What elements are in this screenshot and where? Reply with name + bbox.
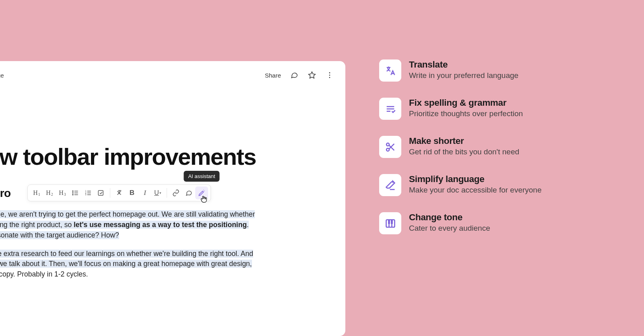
comment-icon[interactable] [290, 71, 299, 80]
feature-desc: Make your doc accessible for everyone [409, 186, 542, 195]
feature-list: Translate Write in your preferred langua… [379, 59, 605, 234]
svg-point-4 [72, 191, 73, 191]
subheading-row: kgro H1 H2 H3 123 B I U▾ [0, 187, 334, 200]
topbar-actions: Share [265, 71, 334, 80]
document-topbar: epage Share [0, 69, 334, 81]
highlighted-text: stage, we aren't trying to get the perfe… [0, 210, 255, 218]
more-icon[interactable] [325, 71, 334, 80]
feature-text: Fix spelling & grammar Prioritize though… [409, 98, 523, 118]
comment-button[interactable] [182, 186, 195, 199]
h1-button[interactable]: H1 [30, 186, 43, 199]
feature-desc: Write in your preferred language [409, 71, 518, 80]
body-text: eat copy. Probably in 1-2 cycles. [0, 270, 88, 278]
link-button[interactable] [169, 186, 182, 199]
highlighted-text: uilding the right product, so let's use … [0, 221, 249, 229]
highlighted-text: ow we talk about it. Then, we'll focus o… [0, 260, 252, 268]
ai-assistant-button[interactable]: AI assistant [195, 186, 208, 199]
paragraph: stage, we aren't trying to get the perfe… [0, 209, 269, 241]
svg-rect-28 [388, 219, 390, 224]
scissors-icon [379, 136, 401, 158]
toolbar-separator [167, 188, 167, 198]
highlighted-text: ill be extra research to feed our learni… [0, 250, 253, 258]
feature-simplify[interactable]: Simplify language Make your doc accessib… [379, 174, 605, 196]
svg-rect-16 [98, 191, 103, 195]
svg-point-3 [329, 77, 330, 78]
eraser-icon [379, 174, 401, 196]
star-icon[interactable] [308, 71, 316, 80]
page-title: ew toolbar improvements [0, 145, 334, 169]
feature-fix-spelling[interactable]: Fix spelling & grammar Prioritize though… [379, 98, 605, 120]
svg-point-6 [72, 193, 73, 193]
italic-button[interactable]: I [138, 186, 151, 199]
feature-title: Fix spelling & grammar [409, 98, 523, 108]
check-lines-icon [379, 98, 401, 120]
feature-title: Make shorter [409, 136, 519, 146]
translate-icon [379, 59, 401, 82]
clear-format-button[interactable] [113, 186, 126, 199]
piano-icon [379, 212, 401, 234]
feature-text: Simplify language Make your doc accessib… [409, 174, 542, 195]
feature-desc: Cater to every audience [409, 224, 490, 233]
svg-rect-25 [386, 219, 394, 227]
feature-desc: Prioritize thoughts over perfection [409, 109, 523, 118]
bullet-list-button[interactable] [69, 186, 82, 199]
paragraph: ill be extra research to feed our learni… [0, 249, 269, 280]
feature-title: Simplify language [409, 174, 542, 184]
section-heading: kgro [0, 187, 27, 200]
share-button[interactable]: Share [265, 72, 281, 79]
svg-point-8 [72, 194, 73, 195]
svg-text:3: 3 [85, 193, 87, 196]
svg-rect-29 [391, 219, 393, 224]
underline-button[interactable]: U▾ [151, 186, 164, 199]
feature-make-shorter[interactable]: Make shorter Get rid of the bits you don… [379, 136, 605, 158]
h2-button[interactable]: H2 [43, 186, 56, 199]
feature-text: Change tone Cater to every audience [409, 212, 490, 233]
svg-point-1 [329, 72, 330, 74]
bold-button[interactable]: B [126, 186, 138, 199]
checklist-button[interactable] [95, 186, 107, 199]
highlighted-text: t resonate with the target audience? How… [0, 231, 119, 239]
document-card: epage Share ew toolbar improvements kgro… [0, 61, 345, 336]
toolbar-separator [110, 188, 110, 198]
breadcrumb[interactable]: epage [0, 72, 4, 79]
feature-translate[interactable]: Translate Write in your preferred langua… [379, 59, 605, 82]
feature-text: Translate Write in your preferred langua… [409, 59, 518, 80]
numbered-list-button[interactable]: 123 [82, 186, 95, 199]
formatting-toolbar: H1 H2 H3 123 B I U▾ [27, 184, 211, 201]
feature-desc: Get rid of the bits you don't need [409, 148, 519, 156]
svg-point-2 [329, 75, 330, 76]
ai-assistant-tooltip: AI assistant [184, 171, 219, 182]
feature-change-tone[interactable]: Change tone Cater to every audience [379, 212, 605, 234]
document-body: stage, we aren't trying to get the perfe… [0, 209, 269, 280]
svg-marker-0 [309, 72, 316, 78]
feature-text: Make shorter Get rid of the bits you don… [409, 136, 519, 156]
feature-title: Translate [409, 59, 518, 70]
h3-button[interactable]: H3 [56, 186, 69, 199]
feature-title: Change tone [409, 212, 490, 223]
